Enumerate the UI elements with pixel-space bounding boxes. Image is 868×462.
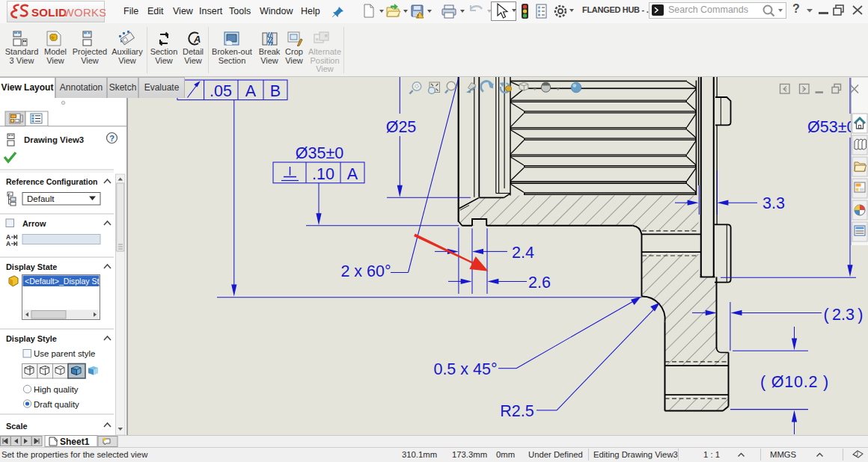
svg-text:A: A	[347, 165, 358, 183]
svg-text:<Default>_Display St: <Default>_Display St	[25, 277, 100, 286]
svg-text:R2.5: R2.5	[500, 402, 534, 420]
svg-text:2 x 60°: 2 x 60°	[340, 262, 391, 280]
svg-text:High quality: High quality	[34, 385, 79, 394]
svg-text:Ø53±0: Ø53±0	[807, 118, 855, 136]
svg-text:Use parent style: Use parent style	[34, 349, 95, 358]
svg-text:Display State: Display State	[6, 262, 57, 271]
svg-text:Scale: Scale	[6, 422, 27, 431]
svg-text:Ø35±0: Ø35±0	[296, 144, 343, 162]
svg-text:.10: .10	[312, 165, 334, 183]
svg-text:.05: .05	[210, 82, 232, 100]
svg-text:A: A	[245, 82, 257, 100]
svg-text:A: A	[193, 34, 201, 45]
svg-text:3.3: 3.3	[762, 194, 785, 212]
svg-text:A: A	[6, 240, 10, 247]
svg-text:Arrow: Arrow	[22, 219, 46, 228]
svg-text:?: ?	[109, 134, 114, 143]
svg-text:WORKS: WORKS	[64, 6, 106, 19]
svg-text:SOLID: SOLID	[31, 6, 67, 19]
svg-text:Ø25: Ø25	[386, 118, 417, 136]
svg-text:Display Style: Display Style	[6, 334, 57, 343]
svg-text:( Ø10.2 ): ( Ø10.2 )	[760, 373, 829, 391]
svg-text:2.4: 2.4	[512, 244, 534, 262]
svg-text:0.5 x 45°: 0.5 x 45°	[433, 360, 497, 378]
svg-text:Sheet1: Sheet1	[60, 437, 90, 447]
svg-text:B: B	[270, 82, 281, 100]
svg-text:Reference Configuration: Reference Configuration	[6, 177, 98, 186]
svg-text:Drawing View3: Drawing View3	[24, 135, 84, 144]
svg-text:2.6: 2.6	[528, 274, 551, 292]
svg-text:!: !	[418, 13, 419, 19]
svg-text:Draft quality: Draft quality	[34, 400, 79, 409]
svg-text:Default: Default	[27, 194, 55, 203]
